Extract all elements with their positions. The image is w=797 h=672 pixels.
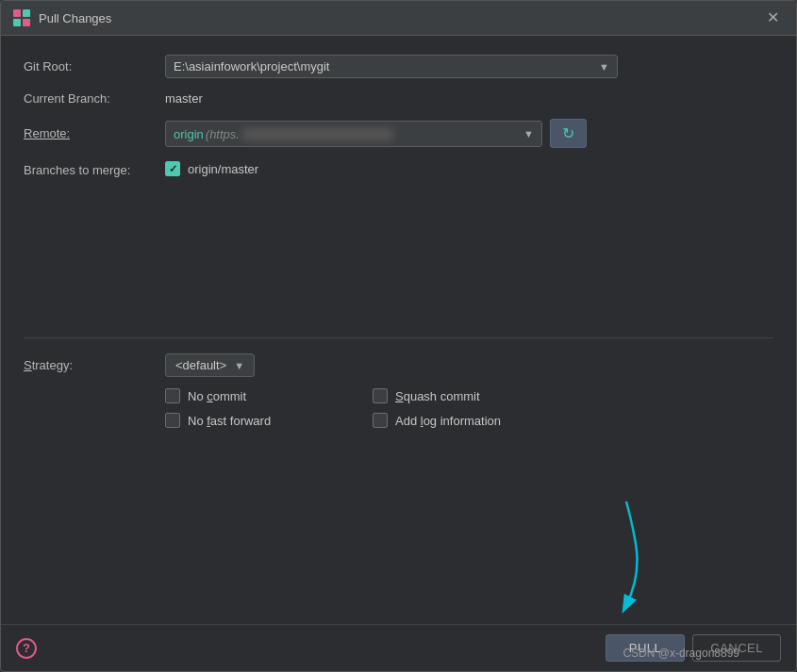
remote-dropdown-arrow-icon: ▼ bbox=[523, 128, 534, 139]
dialog-content: Git Root: E:\asiainfowork\project\mygit … bbox=[1, 36, 796, 624]
pull-button[interactable]: PULL bbox=[606, 634, 686, 662]
squash-commit-checkbox[interactable] bbox=[373, 388, 388, 403]
branch-checkbox-label: origin/master bbox=[188, 162, 258, 176]
refresh-button[interactable]: ↻ bbox=[550, 119, 587, 148]
dialog-title: Pull Changes bbox=[39, 11, 111, 25]
strategy-dropdown-value: <default> bbox=[175, 358, 226, 372]
svg-rect-1 bbox=[23, 9, 30, 17]
current-branch-label: Current Branch: bbox=[24, 91, 165, 106]
pull-changes-dialog: Pull Changes ✕ Git Root: E:\asiainfowork… bbox=[0, 0, 797, 672]
branches-checkbox-row: ✓ origin/master bbox=[165, 161, 258, 176]
close-button[interactable]: ✕ bbox=[761, 8, 785, 27]
strategy-options-grid: No commit Squash commit No fast forward … bbox=[165, 388, 773, 428]
branches-row: Branches to merge: ✓ origin/master bbox=[24, 161, 773, 177]
squash-commit-label: Squash commit bbox=[395, 389, 480, 403]
strategy-label: Strategy: bbox=[24, 358, 165, 372]
svg-rect-2 bbox=[13, 19, 21, 26]
branch-checkbox-item[interactable]: ✓ origin/master bbox=[165, 161, 258, 176]
no-fast-forward-label: No fast forward bbox=[188, 414, 271, 428]
remote-container: origin(https. ▼ ↻ bbox=[165, 119, 587, 148]
help-button[interactable]: ? bbox=[16, 638, 37, 659]
branch-checkbox-checked: ✓ bbox=[165, 161, 180, 176]
no-fast-forward-option[interactable]: No fast forward bbox=[165, 413, 354, 428]
add-log-info-label: Add log information bbox=[395, 414, 501, 428]
app-icon bbox=[12, 8, 31, 27]
remote-dropdown[interactable]: origin(https. ▼ bbox=[165, 121, 542, 147]
current-branch-row: Current Branch: master bbox=[24, 91, 773, 106]
no-fast-forward-checkbox[interactable] bbox=[165, 413, 180, 428]
remote-label: Remote: bbox=[24, 126, 165, 140]
footer-buttons: PULL CANCEL bbox=[606, 634, 781, 662]
dialog-footer: ? PULL CANCEL bbox=[1, 624, 796, 671]
strategy-row: Strategy: <default> ▼ bbox=[24, 353, 773, 377]
add-log-info-checkbox[interactable] bbox=[373, 413, 388, 428]
git-root-dropdown[interactable]: E:\asiainfowork\project\mygit ▼ bbox=[165, 55, 618, 78]
branches-label: Branches to merge: bbox=[24, 161, 165, 177]
no-commit-option[interactable]: No commit bbox=[165, 388, 354, 403]
svg-rect-3 bbox=[23, 19, 30, 26]
title-bar-left: Pull Changes bbox=[12, 8, 111, 27]
cancel-button[interactable]: CANCEL bbox=[692, 634, 781, 662]
strategy-dropdown[interactable]: <default> ▼ bbox=[165, 353, 255, 377]
remote-url-blurred bbox=[242, 128, 393, 140]
git-root-arrow-icon: ▼ bbox=[599, 61, 609, 73]
remote-row: Remote: origin(https. ▼ ↻ bbox=[24, 119, 773, 148]
separator bbox=[24, 337, 773, 338]
svg-rect-0 bbox=[13, 9, 21, 17]
current-branch-value: master bbox=[165, 91, 203, 106]
no-commit-checkbox[interactable] bbox=[165, 388, 180, 403]
strategy-dropdown-arrow-icon: ▼ bbox=[234, 360, 244, 371]
git-root-value: E:\asiainfowork\project\mygit bbox=[174, 59, 591, 74]
remote-origin-name: origin(https. bbox=[174, 125, 396, 142]
add-log-info-option[interactable]: Add log information bbox=[373, 413, 589, 428]
title-bar: Pull Changes ✕ bbox=[1, 1, 796, 36]
git-root-row: Git Root: E:\asiainfowork\project\mygit … bbox=[24, 55, 773, 78]
squash-commit-option[interactable]: Squash commit bbox=[373, 388, 589, 403]
git-root-label: Git Root: bbox=[24, 59, 165, 74]
no-commit-label: No commit bbox=[188, 389, 246, 403]
